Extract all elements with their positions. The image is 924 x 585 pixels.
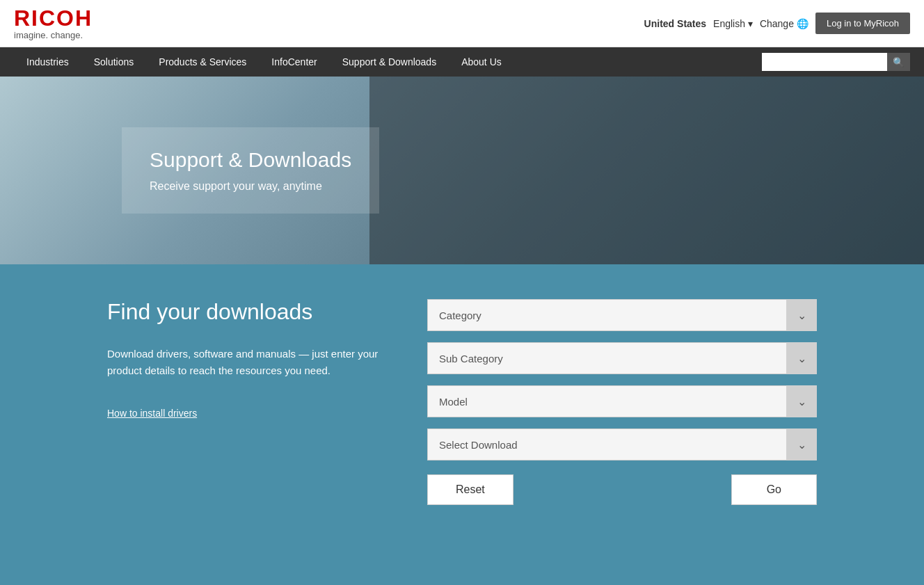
nav-items: Industries Solutions Products & Services… <box>14 47 762 77</box>
country-label: United States <box>644 18 706 29</box>
top-bar: RICOH imagine. change. United States Eng… <box>0 0 924 47</box>
search-icon: 🔍 <box>893 57 905 67</box>
language-label[interactable]: English ▾ <box>713 18 753 29</box>
hero-overlay <box>369 77 924 264</box>
hero-subtitle: Receive support your way, anytime <box>150 180 351 193</box>
hero-text-box: Support & Downloads Receive support your… <box>122 127 379 214</box>
find-downloads-desc: Download drivers, software and manuals —… <box>107 346 385 379</box>
go-button[interactable]: Go <box>731 474 817 505</box>
main-left: Find your downloads Download drivers, so… <box>107 299 385 419</box>
select-download-select[interactable]: Select Download <box>427 428 817 460</box>
hero-section: Support & Downloads Receive support your… <box>0 77 924 264</box>
login-button[interactable]: Log in to MyRicoh <box>815 13 910 34</box>
nav-item-industries[interactable]: Industries <box>14 47 81 77</box>
main-section: Find your downloads Download drivers, so… <box>0 264 924 585</box>
buttons-row: Reset Go <box>427 474 817 505</box>
logo-tagline: imagine. change. <box>14 31 93 40</box>
nav-item-infocenter[interactable]: InfoCenter <box>259 47 329 77</box>
select-download-wrapper: Select Download ⌄ <box>427 428 817 460</box>
nav-item-about-us[interactable]: About Us <box>449 47 514 77</box>
top-right: United States English ▾ Change 🌐 Log in … <box>644 13 910 34</box>
reset-button[interactable]: Reset <box>427 474 513 505</box>
search-input[interactable] <box>762 53 887 71</box>
logo-area: RICOH imagine. change. <box>14 7 93 40</box>
nav-item-support-downloads[interactable]: Support & Downloads <box>330 47 449 77</box>
find-downloads-title: Find your downloads <box>107 299 385 325</box>
main-right: Category ⌄ Sub Category ⌄ Model <box>427 299 817 505</box>
how-to-install-link[interactable]: How to install drivers <box>107 408 197 419</box>
hero-title: Support & Downloads <box>150 148 351 172</box>
model-select[interactable]: Model <box>427 385 817 417</box>
category-select[interactable]: Category <box>427 299 817 331</box>
category-dropdown-wrapper: Category ⌄ <box>427 299 817 331</box>
subcategory-dropdown-wrapper: Sub Category ⌄ <box>427 342 817 374</box>
change-label: Change <box>760 18 794 29</box>
model-dropdown-wrapper: Model ⌄ <box>427 385 817 417</box>
logo-name: RICOH <box>14 7 93 29</box>
search-button[interactable]: 🔍 <box>887 53 910 71</box>
subcategory-select[interactable]: Sub Category <box>427 342 817 374</box>
main-inner: Find your downloads Download drivers, so… <box>79 299 845 505</box>
globe-icon: 🌐 <box>797 18 808 29</box>
change-button[interactable]: Change 🌐 <box>760 18 808 29</box>
nav-item-solutions[interactable]: Solutions <box>81 47 147 77</box>
nav-search: 🔍 <box>762 53 910 71</box>
nav-item-products-services[interactable]: Products & Services <box>146 47 259 77</box>
nav-bar: Industries Solutions Products & Services… <box>0 47 924 77</box>
